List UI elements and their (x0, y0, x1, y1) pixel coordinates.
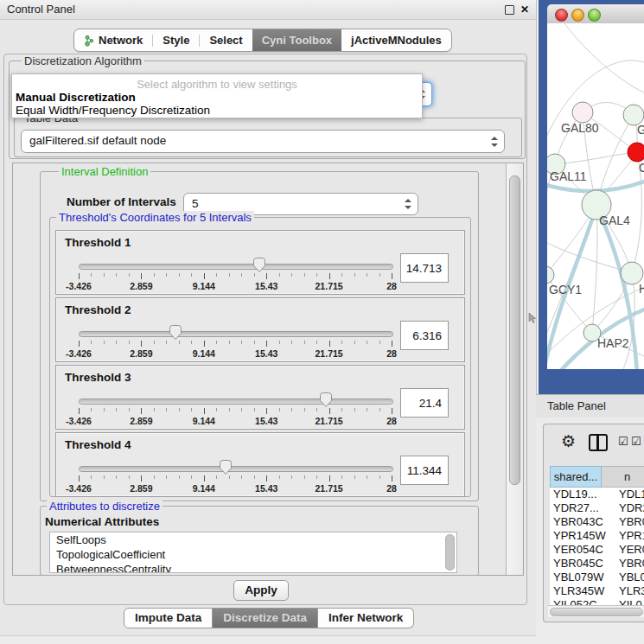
table-row[interactable]: YBR045CYBR0 (550, 557, 644, 571)
threshold-slider[interactable]: -3.4262.8599.14415.4321.71528 (79, 328, 392, 359)
columns-icon[interactable] (589, 434, 608, 451)
tick-label: 28 (386, 416, 397, 426)
threshold-value-field[interactable]: 14.713 (400, 253, 449, 283)
slider-ticks (79, 408, 392, 415)
network-window-titlebar[interactable] (547, 4, 644, 24)
cell-name: YBR0 (612, 557, 644, 571)
number-of-intervals-label: Number of Intervals (67, 195, 176, 208)
tab-style[interactable]: Style (153, 29, 199, 51)
gear-icon[interactable]: ⚙ (561, 431, 576, 450)
slider-ticks (79, 273, 392, 280)
tick-label: 21.715 (316, 281, 343, 291)
tick-label: 21.715 (316, 416, 343, 426)
attribute-list-item[interactable]: SelfLoops (50, 532, 456, 547)
tab-select[interactable]: Select (200, 29, 252, 51)
numerical-attributes-label: Numerical Attributes (45, 515, 159, 528)
slider-track[interactable] (79, 264, 393, 270)
tab-infer-network[interactable]: Infer Network (318, 608, 414, 628)
apply-button[interactable]: Apply (233, 580, 289, 601)
column-header-shared-name[interactable]: shared... (550, 466, 602, 488)
network-graph: GAL80GCGAL11GAL4GCY1HHAP2 (547, 23, 644, 369)
table-data-combobox[interactable]: galFiltered.sif default node (21, 130, 505, 153)
algorithm-dropdown-popup: Select algorithm to view settings Manual… (11, 73, 423, 118)
slider-track[interactable] (79, 399, 393, 405)
slider-tick-labels: -3.4262.8599.14415.4321.71528 (79, 416, 392, 426)
slider-thumb[interactable] (169, 324, 182, 341)
network-node[interactable] (547, 266, 554, 284)
slider-track[interactable] (79, 331, 393, 337)
slider-ticks (79, 475, 392, 482)
attributes-to-discretize-group: Attributes to discretize Numerical Attri… (40, 506, 479, 576)
scrollbar-thumb[interactable] (509, 175, 520, 485)
threshold-panel: Threshold 3-3.4262.8599.14415.4321.71528… (55, 365, 465, 430)
threshold-label: Threshold 2 (65, 303, 131, 316)
list-scrollbar-thumb[interactable] (445, 534, 455, 571)
attribute-list-item[interactable]: BetweennessCentrality (50, 562, 456, 573)
network-node[interactable] (572, 102, 593, 123)
cell-shared-name: YDR27... (550, 501, 612, 515)
cell-name: YDL1 (612, 488, 644, 501)
slider-thumb[interactable] (252, 257, 266, 273)
tick-label: 15.43 (255, 416, 277, 426)
float-window-icon[interactable] (505, 5, 514, 15)
checkbox-icon[interactable]: ☑ (631, 435, 641, 449)
close-traffic-light-icon[interactable] (555, 9, 568, 22)
dropdown-placeholder: Select algorithm to view settings (12, 78, 422, 91)
tick-label: 15.43 (255, 281, 277, 291)
cell-shared-name: YDL19... (550, 488, 612, 501)
scrollbar-thumb[interactable] (550, 608, 643, 616)
table-row[interactable]: YLR345WYLR3 (550, 584, 644, 598)
slider-track[interactable] (79, 466, 393, 472)
tab-label: Style (163, 34, 189, 47)
network-canvas[interactable]: GAL80GCGAL11GAL4GCY1HHAP2 (547, 23, 644, 369)
node-attribute-table: shared... n YDL19...YDL1YDR27...YDR2YBR0… (550, 466, 644, 612)
tick-label: -3.426 (66, 281, 92, 291)
control-panel: Control Panel ✕ Network Style Select Cyn… (0, 0, 537, 636)
tick-label: 21.715 (316, 483, 343, 494)
tick-label: 28 (386, 281, 397, 291)
numerical-attributes-list[interactable]: SelfLoopsTopologicalCoefficientBetweenne… (49, 532, 457, 573)
threshold-value-field[interactable]: 21.4 (400, 388, 449, 418)
threshold-slider[interactable]: -3.4262.8599.14415.4321.71528 (79, 462, 392, 494)
tab-impute-data[interactable]: Impute Data (124, 608, 213, 628)
threshold-label: Threshold 1 (65, 236, 131, 249)
vertical-scrollbar[interactable] (506, 163, 523, 575)
table-row[interactable]: YPR145WYPR1 (550, 529, 644, 543)
tab-network[interactable]: Network (74, 29, 152, 51)
attribute-list-item[interactable]: TopologicalCoefficient (50, 547, 456, 562)
network-node[interactable] (628, 143, 644, 162)
table-row[interactable]: YDR27...YDR2 (550, 501, 644, 515)
network-view-window[interactable]: GAL80GCGAL11GAL4GCY1HHAP2 (539, 0, 644, 394)
close-icon[interactable]: ✕ (520, 3, 529, 16)
group-title: Threshold's Coordinates for 5 Intervals (56, 211, 254, 224)
threshold-label: Threshold 4 (65, 438, 131, 451)
dropdown-option-equal-width-frequency[interactable]: Equal Width/Frequency Discretization (16, 104, 210, 117)
dropdown-option-manual-discretization[interactable]: Manual Discretization (16, 91, 136, 104)
slider-thumb[interactable] (319, 392, 333, 408)
tick-label: 2.859 (130, 416, 152, 426)
minimize-traffic-light-icon[interactable] (571, 9, 584, 22)
table-row[interactable]: YDL19...YDL1 (550, 488, 644, 501)
horizontal-scrollbar[interactable] (548, 605, 644, 617)
table-row[interactable]: YBR043CYBR0 (550, 515, 644, 529)
tick-label: 15.43 (255, 483, 277, 494)
tab-discretize-data[interactable]: Discretize Data (213, 608, 318, 628)
slider-tick-labels: -3.4262.8599.14415.4321.71528 (79, 483, 392, 494)
mouse-cursor (528, 312, 537, 324)
thresholds-coordinates-group: Threshold's Coordinates for 5 Intervals … (49, 217, 471, 497)
tab-jactivemnodules[interactable]: jActiveMNodules (341, 29, 451, 51)
tick-label: 15.43 (255, 348, 277, 359)
threshold-slider[interactable]: -3.4262.8599.14415.4321.71528 (79, 395, 392, 426)
threshold-value-field[interactable]: 6.316 (400, 321, 449, 350)
threshold-value-field[interactable]: 11.344 (400, 456, 449, 485)
threshold-slider[interactable]: -3.4262.8599.14415.4321.71528 (79, 260, 392, 291)
zoom-traffic-light-icon[interactable] (588, 9, 601, 22)
table-row[interactable]: YER054CYER0 (550, 543, 644, 557)
table-row[interactable]: YBL079WYBL0 (550, 571, 644, 584)
tick-label: 2.859 (130, 483, 152, 494)
column-header-name[interactable]: n (602, 466, 644, 488)
tab-cyni-toolbox[interactable]: Cyni Toolbox (252, 29, 341, 51)
checkbox-icon[interactable]: ☑ (618, 435, 628, 449)
slider-thumb[interactable] (219, 459, 233, 475)
table-panel-title: Table Panel (547, 395, 606, 418)
